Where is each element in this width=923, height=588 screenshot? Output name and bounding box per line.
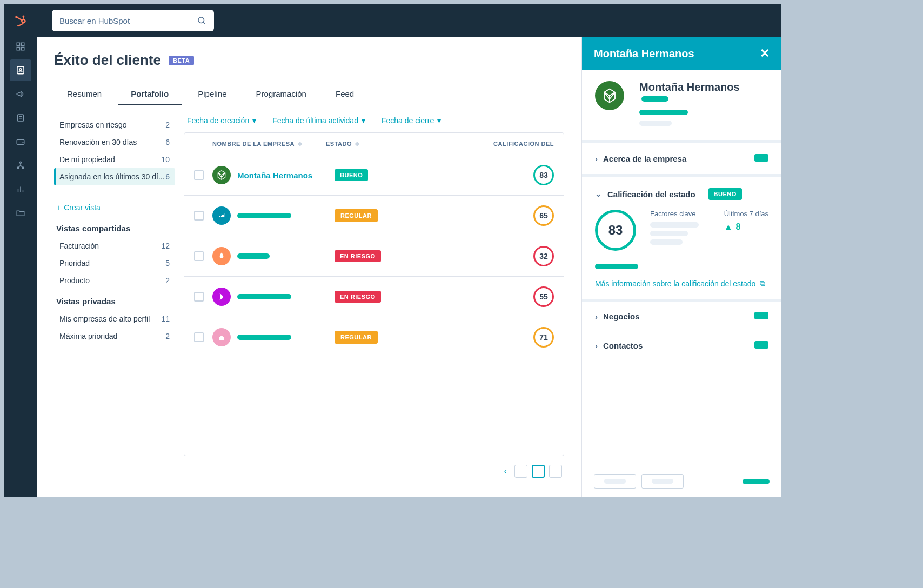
company-link[interactable]: Montaña Hermanos	[237, 171, 335, 180]
company-avatar-icon	[212, 166, 231, 184]
rail-item-megaphone[interactable]	[10, 83, 31, 105]
page-prev[interactable]: ‹	[501, 466, 510, 476]
trend-indicator: ▲8	[724, 222, 768, 232]
filter-fecha-cierre[interactable]: Fecha de cierre▾	[382, 116, 441, 125]
redacted-text	[754, 312, 768, 319]
redacted-text	[650, 231, 688, 236]
chevron-right-icon: ›	[595, 312, 598, 321]
factors-label: Factores clave	[650, 210, 710, 218]
rail-item-reports[interactable]	[10, 178, 31, 200]
tab-programacion[interactable]: Programación	[243, 84, 319, 105]
view-facturacion[interactable]: Facturación12	[54, 237, 175, 255]
footer-button-1[interactable]	[594, 474, 636, 489]
detail-panel: Montaña Hermanos ✕ Montaña Hermanos	[581, 37, 781, 497]
section-contacts[interactable]: › Contactos	[595, 341, 768, 350]
view-empresas-riesgo[interactable]: Empresas en riesgo2	[54, 116, 175, 133]
status-badge: EN RIESGO	[335, 250, 381, 262]
page-box-active[interactable]	[532, 465, 545, 478]
table-row[interactable]: EN RIESGO 32	[184, 236, 564, 277]
svg-rect-7	[17, 48, 19, 50]
status-badge: BUENO	[335, 169, 368, 181]
chevron-down-icon: ⌄	[595, 189, 602, 199]
search-icon	[197, 16, 206, 25]
panel-footer	[582, 465, 781, 497]
section-deals[interactable]: › Negocios	[595, 312, 768, 321]
tab-feed[interactable]: Feed	[323, 84, 367, 105]
svg-rect-5	[17, 43, 19, 45]
redacted-text	[754, 341, 768, 349]
footer-button-2[interactable]	[641, 474, 684, 489]
company-avatar-icon	[212, 328, 231, 346]
page-box[interactable]	[514, 465, 527, 478]
view-max-prioridad[interactable]: Máxima prioridad2	[54, 328, 175, 345]
global-search[interactable]	[52, 10, 214, 31]
private-views-heading: Vistas privadas	[54, 289, 175, 310]
tab-resumen[interactable]: Resumen	[54, 84, 115, 105]
svg-point-4	[22, 20, 24, 22]
section-health[interactable]: ⌄ Calificación del estado BUENO	[595, 188, 768, 200]
section-about[interactable]: › Acerca de la empresa	[595, 154, 768, 163]
redacted-text	[237, 253, 270, 259]
sort-icon	[355, 142, 359, 146]
row-checkbox[interactable]	[194, 251, 204, 261]
view-asignada-30[interactable]: Asignada en los últimos 30 dí...6	[54, 168, 175, 185]
tab-portafolio[interactable]: Portafolio	[118, 84, 182, 105]
rail-item-network[interactable]	[10, 155, 31, 176]
tab-pipeline[interactable]: Pipeline	[185, 84, 239, 105]
company-avatar-icon	[212, 206, 231, 225]
svg-point-15	[20, 162, 22, 163]
close-icon[interactable]: ✕	[760, 46, 770, 61]
rail-item-contacts[interactable]	[10, 59, 31, 81]
svg-point-10	[19, 69, 22, 71]
redacted-text	[650, 239, 683, 245]
row-checkbox[interactable]	[194, 292, 204, 302]
view-renovacion-30[interactable]: Renovación en 30 días6	[54, 133, 175, 151]
status-badge: REGULAR	[335, 331, 378, 344]
chevron-right-icon: ›	[595, 341, 598, 350]
col-estado[interactable]: ESTADO	[326, 141, 402, 147]
status-badge: EN RIESGO	[335, 291, 381, 303]
rail-item-folder[interactable]	[10, 202, 31, 224]
col-calificacion: CALIFICACIÓN DEL	[402, 141, 554, 147]
col-nombre[interactable]: NOMBRE DE LA EMPRESA	[212, 141, 326, 147]
view-producto[interactable]: Producto2	[54, 272, 175, 289]
view-alto-perfil[interactable]: Mis empresas de alto perfil11	[54, 310, 175, 328]
hubspot-logo-icon	[14, 14, 28, 28]
topbar	[37, 4, 781, 37]
filter-fecha-actividad[interactable]: Fecha de última actividad▾	[272, 116, 365, 125]
beta-badge: BETA	[169, 56, 194, 65]
arrow-up-icon: ▲	[724, 222, 733, 232]
table-row[interactable]: REGULAR 71	[184, 317, 564, 357]
redacted-text	[641, 96, 668, 102]
view-prioridad[interactable]: Prioridad5	[54, 255, 175, 272]
health-badge: BUENO	[708, 188, 742, 200]
row-checkbox[interactable]	[194, 332, 204, 342]
status-badge: REGULAR	[335, 209, 378, 222]
chevron-right-icon: ›	[595, 154, 598, 163]
svg-rect-8	[22, 48, 24, 50]
table-row[interactable]: EN RIESGO 55	[184, 277, 564, 317]
views-sidebar: Empresas en riesgo2 Renovación en 30 día…	[54, 116, 184, 486]
shared-views-heading: Vistas compartidas	[54, 216, 175, 237]
rail-item-dashboard[interactable]	[10, 36, 31, 57]
row-checkbox[interactable]	[194, 211, 204, 220]
score-ring: 65	[533, 205, 554, 226]
redacted-text	[639, 110, 688, 115]
create-view-button[interactable]: +Crear vista	[54, 199, 175, 216]
search-input[interactable]	[59, 16, 197, 25]
rail-item-wallet[interactable]	[10, 131, 31, 152]
redacted-text	[595, 264, 638, 269]
rail-item-document[interactable]	[10, 107, 31, 129]
row-checkbox[interactable]	[194, 170, 204, 180]
score-ring: 71	[533, 327, 554, 348]
view-mi-propiedad[interactable]: De mi propiedad10	[54, 151, 175, 168]
company-avatar-icon	[212, 247, 231, 265]
page-box[interactable]	[549, 465, 562, 478]
company-avatar-icon	[212, 288, 231, 306]
learn-more-link[interactable]: Más información sobre la calificación de…	[595, 279, 768, 288]
table-row[interactable]: Montaña Hermanos BUENO 83	[184, 155, 564, 196]
filter-fecha-creacion[interactable]: Fecha de creación▾	[187, 116, 256, 125]
table-row[interactable]: REGULAR 65	[184, 196, 564, 236]
redacted-text	[650, 222, 699, 228]
chevron-down-icon: ▾	[437, 116, 441, 125]
